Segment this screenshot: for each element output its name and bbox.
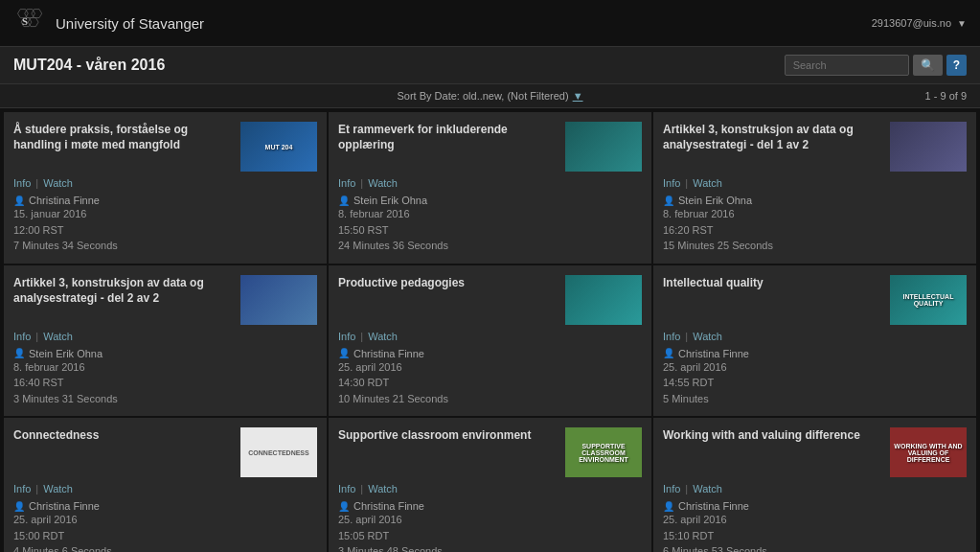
watch-link[interactable]: Watch	[368, 177, 398, 189]
card-meta: 👤 Christina Finne 15. januar 2016 12:00 …	[13, 195, 317, 254]
author-icon: 👤	[338, 501, 350, 512]
watch-link[interactable]: Watch	[368, 483, 398, 494]
sort-dropdown[interactable]: ▼	[573, 90, 583, 102]
card-top: Connectedness CONNECTEDNESS	[13, 427, 317, 477]
card-duration: 3 Minutes 48 Seconds	[338, 543, 642, 552]
card-date: 25. april 2016	[663, 359, 967, 376]
search-button[interactable]: 🔍	[913, 55, 943, 76]
result-count: 1 - 9 of 9	[925, 90, 967, 102]
video-card: Å studere praksis, forståelse og handlin…	[4, 112, 327, 264]
card-title: Working with and valuing difference	[663, 427, 884, 443]
author-name: Christina Finne	[29, 195, 100, 206]
card-date: 25. april 2016	[13, 512, 317, 528]
watch-link[interactable]: Watch	[43, 177, 73, 189]
svg-marker-4	[28, 18, 38, 27]
logo-area: S University of Stavanger	[13, 6, 204, 40]
info-link[interactable]: Info	[338, 177, 355, 189]
card-time: 12:00 RST	[13, 222, 317, 239]
card-date: 25. april 2016	[338, 512, 642, 528]
card-title: Connectedness	[13, 427, 235, 443]
action-separator: |	[360, 331, 363, 342]
info-link[interactable]: Info	[338, 331, 355, 342]
sub-header: MUT204 - våren 2016 🔍 ?	[0, 47, 980, 84]
card-top: Intellectual quality INTELLECTUAL QUALIT…	[663, 275, 967, 325]
info-link[interactable]: Info	[338, 483, 355, 494]
info-link[interactable]: Info	[663, 483, 680, 494]
card-thumbnail	[890, 122, 967, 172]
card-duration: 24 Minutes 36 Seconds	[338, 238, 642, 254]
info-link[interactable]: Info	[663, 177, 680, 189]
action-separator: |	[35, 331, 38, 342]
card-duration: 3 Minutes 31 Seconds	[13, 391, 317, 407]
svg-marker-2	[32, 10, 42, 18]
watch-link[interactable]: Watch	[368, 331, 398, 342]
card-thumbnail	[565, 122, 642, 172]
author-icon: 👤	[663, 348, 674, 358]
info-link[interactable]: Info	[663, 331, 680, 342]
card-meta: 👤 Christina Finne 25. april 2016 14:30 R…	[338, 348, 642, 407]
card-time: 15:50 RST	[338, 222, 642, 239]
card-actions: Info | Watch	[338, 331, 642, 342]
user-email: 2913607@uis.no	[872, 17, 951, 29]
action-separator: |	[685, 331, 688, 342]
sort-label: Sort By Date: old..new, (Not Filtered)	[397, 90, 568, 102]
action-separator: |	[360, 177, 363, 189]
sort-bar: Sort By Date: old..new, (Not Filtered) ▼…	[0, 84, 980, 108]
card-title: Intellectual quality	[663, 275, 884, 290]
card-thumbnail: CONNECTEDNESS	[240, 427, 317, 477]
card-date: 15. januar 2016	[13, 206, 317, 222]
card-duration: 15 Minutes 25 Seconds	[663, 238, 967, 254]
university-name: University of Stavanger	[56, 15, 204, 32]
card-date: 25. april 2016	[338, 359, 642, 376]
card-duration: 10 Minutes 21 Seconds	[338, 391, 642, 407]
watch-link[interactable]: Watch	[693, 177, 722, 189]
author-name: Christina Finne	[29, 500, 100, 512]
card-author: 👤 Christina Finne	[663, 348, 967, 359]
info-link[interactable]: Info	[13, 177, 31, 189]
card-title: Artikkel 3, konstruksjon av data og anal…	[663, 122, 884, 152]
card-meta: 👤 Christina Finne 25. april 2016 15:10 R…	[663, 500, 967, 552]
card-actions: Info | Watch	[663, 331, 967, 342]
watch-link[interactable]: Watch	[43, 331, 73, 342]
card-time: 15:00 RDT	[13, 528, 317, 544]
card-meta: 👤 Christina Finne 25. april 2016 15:00 R…	[13, 500, 317, 552]
author-name: Christina Finne	[678, 348, 749, 359]
card-author: 👤 Stein Erik Ohna	[338, 195, 642, 206]
video-card: Working with and valuing difference WORK…	[653, 418, 976, 552]
video-card: Artikkel 3, konstruksjon av data og anal…	[4, 265, 327, 417]
author-name: Christina Finne	[353, 500, 424, 512]
watch-link[interactable]: Watch	[43, 483, 73, 494]
card-top: Artikkel 3, konstruksjon av data og anal…	[663, 122, 967, 172]
search-input[interactable]	[785, 55, 909, 76]
author-name: Stein Erik Ohna	[678, 195, 752, 206]
watch-link[interactable]: Watch	[693, 483, 722, 494]
card-date: 8. februar 2016	[13, 359, 317, 376]
university-logo: S	[13, 6, 48, 40]
card-top: Å studere praksis, forståelse og handlin…	[13, 122, 317, 172]
help-button[interactable]: ?	[946, 55, 967, 76]
card-duration: 4 Minutes 6 Seconds	[13, 543, 317, 552]
author-icon: 👤	[13, 196, 25, 206]
info-link[interactable]: Info	[13, 331, 31, 342]
card-meta: 👤 Christina Finne 25. april 2016 14:55 R…	[663, 348, 967, 407]
card-meta: 👤 Stein Erik Ohna 8. februar 2016 16:40 …	[13, 348, 317, 407]
card-meta: 👤 Christina Finne 25. april 2016 15:05 R…	[338, 500, 642, 552]
card-thumbnail: INTELLECTUAL QUALITY	[890, 275, 967, 325]
video-card: Connectedness CONNECTEDNESS Info | Watch…	[4, 418, 327, 552]
card-author: 👤 Christina Finne	[663, 500, 967, 512]
watch-link[interactable]: Watch	[693, 331, 722, 342]
video-card: Supportive classroom environment SUPPORT…	[329, 418, 651, 552]
top-bar: S University of Stavanger 2913607@uis.no…	[0, 0, 980, 47]
video-card: Productive pedagogies Info | Watch 👤 Chr…	[329, 265, 651, 417]
card-meta: 👤 Stein Erik Ohna 8. februar 2016 16:20 …	[663, 195, 967, 254]
card-time: 15:10 RDT	[663, 528, 967, 544]
card-actions: Info | Watch	[663, 483, 967, 494]
card-duration: 7 Minutes 34 Seconds	[13, 238, 317, 254]
card-actions: Info | Watch	[13, 483, 317, 494]
user-dropdown-icon[interactable]: ▼	[957, 18, 967, 29]
card-title: Productive pedagogies	[338, 275, 559, 290]
info-link[interactable]: Info	[13, 483, 31, 494]
author-icon: 👤	[663, 196, 674, 206]
card-time: 16:20 RST	[663, 222, 967, 239]
card-author: 👤 Christina Finne	[338, 500, 642, 512]
